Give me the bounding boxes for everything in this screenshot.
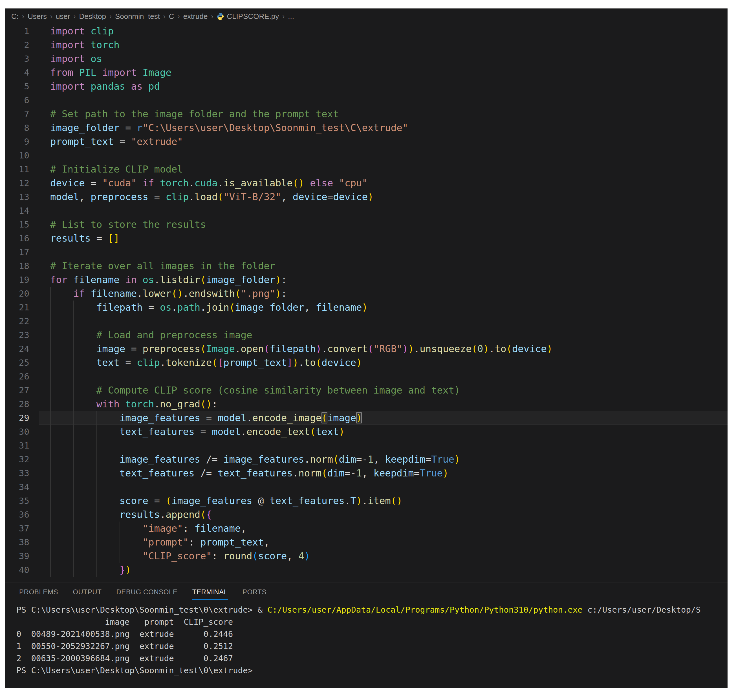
code-line[interactable]: 15# List to store the results	[5, 218, 727, 231]
bottom-panel: PROBLEMSOUTPUTDEBUG CONSOLETERMINALPORTS…	[5, 582, 727, 688]
code-line[interactable]: 23 # Load and preprocess image	[5, 328, 727, 342]
line-number[interactable]: 17	[5, 245, 39, 259]
code-line[interactable]: 11# Initialize CLIP model	[5, 162, 727, 176]
code-line[interactable]: 21 filepath = os.path.join(image_folder,…	[5, 300, 727, 314]
line-number[interactable]: 9	[5, 135, 39, 149]
breadcrumb-segment[interactable]: C	[169, 12, 174, 21]
line-number[interactable]: 24	[5, 342, 39, 356]
line-number[interactable]: 20	[5, 287, 39, 300]
terminal[interactable]: PS C:\Users\user\Desktop\Soonmin_test\0\…	[5, 600, 727, 676]
code-line[interactable]: 3import os	[5, 52, 727, 66]
line-number[interactable]: 23	[5, 328, 39, 342]
code-text: "CLIP_score": round(score, 4)	[50, 549, 310, 563]
line-number[interactable]: 32	[5, 453, 39, 466]
line-number[interactable]: 22	[5, 314, 39, 328]
breadcrumb-segment[interactable]: Soonmin_test	[115, 12, 160, 21]
line-number[interactable]: 15	[5, 218, 39, 231]
code-line[interactable]: 9prompt_text = "extrude"	[5, 135, 727, 149]
panel-tab-output[interactable]: OUTPUT	[73, 588, 102, 599]
code-line[interactable]: 28 with torch.no_grad():	[5, 397, 727, 411]
line-number[interactable]: 30	[5, 425, 39, 439]
code-token: Image	[143, 67, 171, 78]
line-number[interactable]: 11	[5, 162, 39, 176]
panel-tab-terminal[interactable]: TERMINAL	[192, 588, 228, 600]
code-line[interactable]: 32 image_features /= image_features.norm…	[5, 453, 727, 466]
code-line[interactable]: 36 results.append({	[5, 508, 727, 522]
code-line[interactable]: 38 "prompt": prompt_text,	[5, 535, 727, 549]
code-line[interactable]: 33 text_features /= text_features.norm(d…	[5, 466, 727, 480]
code-line[interactable]: 6	[5, 93, 727, 107]
line-number[interactable]: 16	[5, 231, 39, 245]
line-number[interactable]: 36	[5, 508, 39, 522]
panel-tab-debug-console[interactable]: DEBUG CONSOLE	[116, 588, 177, 599]
code-editor[interactable]: 1import clip2import torch3import os4from…	[5, 24, 727, 577]
breadcrumb-segment[interactable]: user	[56, 12, 70, 21]
code-line[interactable]: 1import clip	[5, 24, 727, 38]
line-number[interactable]: 3	[5, 52, 39, 66]
code-line[interactable]: 19for filename in os.listdir(image_folde…	[5, 273, 727, 287]
code-line[interactable]: 35 score = (image_features @ text_featur…	[5, 494, 727, 508]
code-line[interactable]: 14	[5, 204, 727, 218]
breadcrumb[interactable]: C:›Users›user›Desktop›Soonmin_test›C›ext…	[5, 9, 727, 24]
code-line[interactable]: 17	[5, 245, 727, 259]
line-number[interactable]: 19	[5, 273, 39, 287]
line-number[interactable]: 13	[5, 190, 39, 204]
breadcrumb-segment[interactable]: C:	[11, 12, 19, 21]
code-line[interactable]: 25 text = clip.tokenize([prompt_text]).t…	[5, 356, 727, 370]
code-line[interactable]: 39 "CLIP_score": round(score, 4)	[5, 549, 727, 563]
code-line[interactable]: 20 if filename.lower().endswith(".png"):	[5, 287, 727, 300]
code-line[interactable]: 5import pandas as pd	[5, 79, 727, 93]
code-line[interactable]: 12device = "cuda" if torch.cuda.is_avail…	[5, 176, 727, 190]
code-line[interactable]: 29 image_features = model.encode_image(i…	[5, 411, 727, 425]
code-line[interactable]: 7# Set path to the image folder and the …	[5, 107, 727, 121]
code-line[interactable]: 40 })	[5, 563, 727, 577]
line-number[interactable]: 7	[5, 107, 39, 121]
line-number[interactable]: 5	[5, 79, 39, 93]
code-line[interactable]: 37 "image": filename,	[5, 522, 727, 535]
line-number[interactable]: 26	[5, 370, 39, 384]
line-number[interactable]: 8	[5, 121, 39, 135]
line-number[interactable]: 34	[5, 480, 39, 494]
line-number[interactable]: 21	[5, 300, 39, 314]
breadcrumb-filename[interactable]: CLIPSCORE.py	[227, 12, 279, 21]
code-line[interactable]: 13model, preprocess = clip.load("ViT-B/3…	[5, 190, 727, 204]
line-number[interactable]: 4	[5, 66, 39, 79]
breadcrumb-symbol-path[interactable]: ...	[288, 12, 294, 21]
line-number[interactable]: 28	[5, 397, 39, 411]
breadcrumb-segment[interactable]: extrude	[183, 12, 208, 21]
line-number[interactable]: 12	[5, 176, 39, 190]
line-number[interactable]: 35	[5, 494, 39, 508]
code-line[interactable]: 24 image = preprocess(Image.open(filepat…	[5, 342, 727, 356]
code-line[interactable]: 2import torch	[5, 38, 727, 52]
line-number[interactable]: 6	[5, 93, 39, 107]
line-number[interactable]: 10	[5, 149, 39, 162]
line-number[interactable]: 38	[5, 535, 39, 549]
line-number[interactable]: 39	[5, 549, 39, 563]
code-line[interactable]: 30 text_features = model.encode_text(tex…	[5, 425, 727, 439]
line-number[interactable]: 31	[5, 439, 39, 453]
code-line[interactable]: 27 # Compute CLIP score (cosine similari…	[5, 384, 727, 397]
code-line[interactable]: 16results = []	[5, 231, 727, 245]
code-line[interactable]: 26	[5, 370, 727, 384]
breadcrumb-segment[interactable]: Desktop	[79, 12, 106, 21]
code-line[interactable]: 10	[5, 149, 727, 162]
line-number[interactable]: 33	[5, 466, 39, 480]
code-line[interactable]: 34	[5, 480, 727, 494]
line-number[interactable]: 14	[5, 204, 39, 218]
line-number[interactable]: 1	[5, 24, 39, 38]
line-number[interactable]: 37	[5, 522, 39, 535]
line-number[interactable]: 2	[5, 38, 39, 52]
line-number[interactable]: 25	[5, 356, 39, 370]
code-line[interactable]: 4from PIL import Image	[5, 66, 727, 79]
line-number[interactable]: 27	[5, 384, 39, 397]
code-line[interactable]: 18# Iterate over all images in the folde…	[5, 259, 727, 273]
code-line[interactable]: 31	[5, 439, 727, 453]
panel-tab-ports[interactable]: PORTS	[243, 588, 266, 599]
line-number[interactable]: 18	[5, 259, 39, 273]
code-line[interactable]: 8image_folder = r"C:\Users\user\Desktop\…	[5, 121, 727, 135]
panel-tab-problems[interactable]: PROBLEMS	[19, 588, 58, 599]
code-line[interactable]: 22	[5, 314, 727, 328]
breadcrumb-segment[interactable]: Users	[28, 12, 47, 21]
line-number[interactable]: 29	[5, 411, 39, 425]
line-number[interactable]: 40	[5, 563, 39, 577]
